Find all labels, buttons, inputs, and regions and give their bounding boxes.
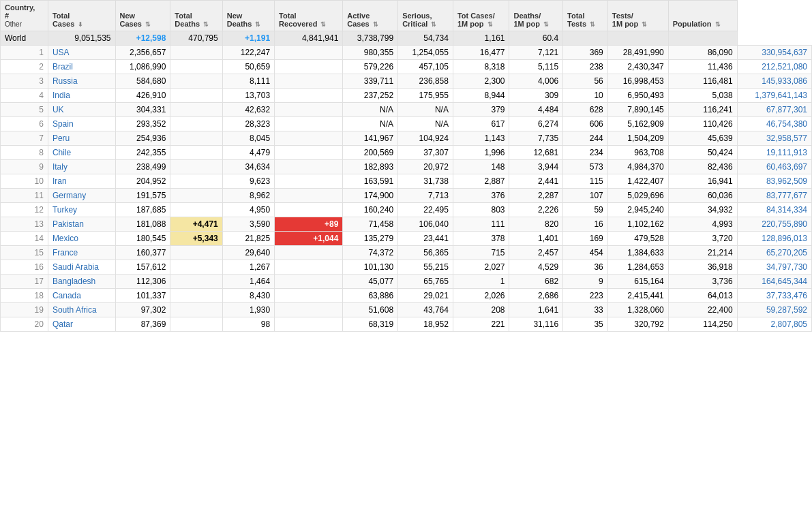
- active-cases: 1,254,055: [398, 46, 453, 60]
- total-deaths: 21,825: [222, 232, 274, 246]
- table-row: 17Bangladesh112,3061,46445,07765,7651682…: [1, 275, 812, 289]
- active-cases: 55,215: [398, 260, 453, 275]
- total-tests: 2,945,240: [607, 203, 668, 217]
- new-cases: +5,343: [170, 232, 222, 246]
- deaths-1m: 244: [563, 131, 608, 146]
- col-new-deaths[interactable]: NewDeaths ⇅: [222, 1, 274, 31]
- country-link[interactable]: UK: [52, 105, 64, 114]
- deaths-1m: 9: [563, 275, 608, 289]
- deaths-1m: 115: [563, 174, 608, 189]
- serious-critical: 2,887: [453, 174, 509, 189]
- deaths-1m: 107: [563, 189, 608, 203]
- total-deaths: 29,640: [222, 246, 274, 260]
- tests-1m: 116,481: [668, 74, 737, 89]
- active-cases: 457,105: [398, 60, 453, 74]
- country-link[interactable]: Spain: [52, 119, 74, 129]
- new-cases: [170, 46, 222, 60]
- country-link[interactable]: Pakistan: [52, 219, 84, 229]
- country-link[interactable]: Qatar: [52, 319, 73, 329]
- total-deaths: 4,950: [222, 203, 274, 217]
- tot-cases-1m: 4,529: [509, 260, 563, 275]
- new-deaths: [275, 303, 343, 317]
- col-total-deaths[interactable]: TotalDeaths ⇅: [170, 1, 222, 31]
- country-link[interactable]: South Africa: [52, 305, 97, 315]
- world-new-cases: +12,598: [115, 31, 170, 46]
- col-active-cases[interactable]: ActiveCases ⇅: [343, 1, 398, 31]
- country-link[interactable]: India: [52, 91, 70, 100]
- new-deaths: +89: [275, 217, 343, 232]
- country-link[interactable]: Italy: [52, 162, 67, 172]
- col-total-cases[interactable]: TotalCases ⬇: [48, 1, 115, 31]
- population: 34,797,730: [737, 260, 811, 275]
- country-link[interactable]: Russia: [52, 76, 78, 86]
- new-deaths: [275, 60, 343, 74]
- country-link[interactable]: Canada: [52, 291, 81, 300]
- col-num[interactable]: Country,#Other: [1, 1, 48, 31]
- tot-cases-1m: 2,457: [509, 246, 563, 260]
- population: 1,379,641,143: [737, 89, 811, 103]
- col-deaths-1m[interactable]: Deaths/1M pop ⇅: [509, 1, 563, 31]
- new-cases: [170, 74, 222, 89]
- col-new-cases[interactable]: NewCases ⇅: [115, 1, 170, 31]
- total-tests: 2,430,347: [607, 60, 668, 74]
- col-total-recovered[interactable]: TotalRecovered ⇅: [275, 1, 343, 31]
- total-tests: 7,890,145: [607, 103, 668, 117]
- population: 46,754,380: [737, 117, 811, 131]
- active-cases: 104,924: [398, 131, 453, 146]
- total-recovered: 200,569: [343, 146, 398, 160]
- total-deaths: 8,111: [222, 74, 274, 89]
- deaths-1m: 606: [563, 117, 608, 131]
- country-link[interactable]: Saudi Arabia: [52, 262, 99, 272]
- active-cases: 23,441: [398, 232, 453, 246]
- serious-critical: 715: [453, 246, 509, 260]
- country-link[interactable]: France: [52, 248, 78, 257]
- row-number: 14: [1, 232, 48, 246]
- serious-critical: 1: [453, 275, 509, 289]
- new-cases: [170, 60, 222, 74]
- deaths-1m: 234: [563, 146, 608, 160]
- col-population[interactable]: Population ⇅: [668, 1, 737, 31]
- new-cases: [170, 260, 222, 275]
- total-recovered: N/A: [343, 117, 398, 131]
- country-link[interactable]: Peru: [52, 134, 70, 143]
- col-total-tests[interactable]: TotalTests ⇅: [563, 1, 608, 31]
- deaths-1m: 16: [563, 217, 608, 232]
- country-link[interactable]: Chile: [52, 148, 71, 157]
- population: 37,733,476: [737, 289, 811, 303]
- row-number: 13: [1, 217, 48, 232]
- total-cases: 157,612: [115, 260, 170, 275]
- total-deaths: 122,247: [222, 46, 274, 60]
- total-recovered: 160,240: [343, 203, 398, 217]
- country-link[interactable]: Iran: [52, 176, 67, 186]
- total-tests: 5,162,909: [607, 117, 668, 131]
- total-tests: 5,029,696: [607, 189, 668, 203]
- total-cases: 238,499: [115, 160, 170, 174]
- total-tests: 963,708: [607, 146, 668, 160]
- col-tot-cases-1m[interactable]: Tot Cases/1M pop ⇅: [453, 1, 509, 31]
- deaths-1m: 169: [563, 232, 608, 246]
- country-link[interactable]: Germany: [52, 191, 86, 200]
- col-serious-critical[interactable]: Serious,Critical ⇅: [398, 1, 453, 31]
- total-deaths: 98: [222, 317, 274, 332]
- country-link[interactable]: Turkey: [52, 205, 77, 215]
- total-tests: 28,491,990: [607, 46, 668, 60]
- serious-critical: 1,143: [453, 131, 509, 146]
- deaths-1m: 223: [563, 289, 608, 303]
- row-number: 15: [1, 246, 48, 260]
- deaths-1m: 238: [563, 60, 608, 74]
- new-cases: [170, 289, 222, 303]
- row-number: 18: [1, 289, 48, 303]
- total-tests: 1,328,060: [607, 303, 668, 317]
- country-link[interactable]: Bangladesh: [52, 277, 95, 286]
- deaths-1m: 33: [563, 303, 608, 317]
- col-tests-1m[interactable]: Tests/1M pop ⇅: [607, 1, 668, 31]
- total-deaths: 1,267: [222, 260, 274, 275]
- country-link[interactable]: USA: [52, 48, 70, 57]
- country-link[interactable]: Mexico: [52, 234, 78, 243]
- country-link[interactable]: Brazil: [52, 62, 73, 72]
- row-number: 20: [1, 317, 48, 332]
- tot-cases-1m: 31,116: [509, 317, 563, 332]
- tot-cases-1m: 2,441: [509, 174, 563, 189]
- total-deaths: 50,659: [222, 60, 274, 74]
- total-cases: 101,337: [115, 289, 170, 303]
